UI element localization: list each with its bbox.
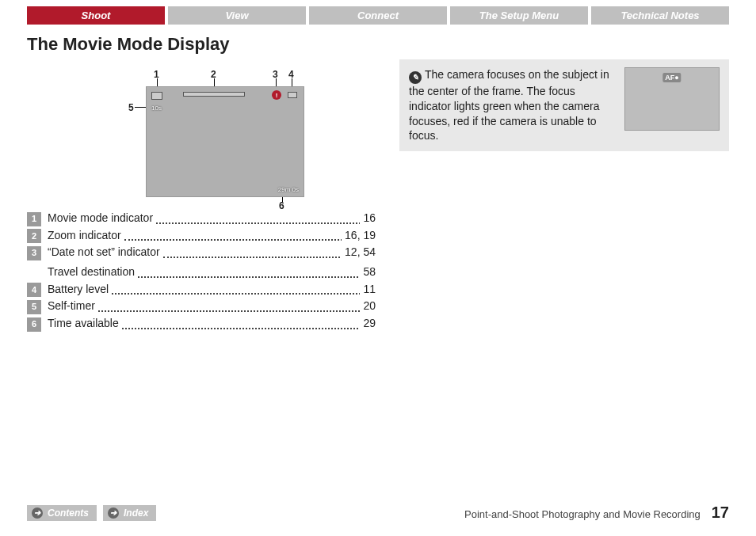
display-diagram: 10s ! 29m 0s 1 2 3 4 5 6 (27, 59, 376, 210)
legend-number: 4 (27, 283, 41, 297)
legend-number (27, 261, 41, 276)
movie-mode-icon (151, 92, 162, 100)
legend-page: 16, 19 (342, 227, 376, 245)
legend-row: 3“Date not set” indicator12, 54 (27, 244, 376, 261)
legend-number: 3 (27, 246, 41, 260)
legend-label: Travel destination (48, 264, 360, 281)
legend-label: Movie mode indicator (48, 210, 360, 227)
legend-label: Time available (48, 315, 360, 333)
contents-label: Contents (48, 507, 89, 519)
legend-row: 6Time available29 (27, 315, 376, 333)
af-indicator: AF● (662, 73, 681, 82)
focus-note-text: The camera focuses on the subject in the… (409, 68, 609, 142)
legend-row: Travel destination58 (27, 261, 376, 281)
self-timer-readout: 10s (151, 105, 162, 112)
legend-label: Zoom indicator (48, 227, 342, 245)
time-available-readout: 29m 0s (278, 186, 299, 193)
section-name: Point-and-Shoot Photography and Movie Re… (464, 508, 701, 520)
legend-label: “Date not set” indicator (48, 244, 342, 261)
camera-screen: 10s ! 29m 0s (146, 86, 304, 197)
legend-row: 5Self-timer20 (27, 298, 376, 315)
index-button[interactable]: ➔ Index (103, 505, 156, 521)
legend-row: 2Zoom indicator16, 19 (27, 227, 376, 245)
legend-number: 1 (27, 212, 41, 226)
legend-number: 6 (27, 317, 41, 332)
legend-label: Battery level (48, 281, 360, 298)
tab-technical-notes[interactable]: Technical Notes (591, 6, 729, 25)
legend-page: 12, 54 (342, 244, 376, 261)
tab-setup-menu[interactable]: The Setup Menu (450, 6, 588, 25)
tab-connect[interactable]: Connect (309, 6, 447, 25)
legend-page: 16 (360, 210, 376, 227)
battery-icon (288, 92, 297, 98)
page-footer: ➔ Contents ➔ Index Point-and-Shoot Photo… (27, 504, 729, 522)
focus-mini-screen: AF● (624, 67, 720, 131)
pencil-icon: ✎ (409, 71, 422, 84)
legend-row: 4Battery level11 (27, 281, 376, 298)
legend-label: Self-timer (48, 298, 360, 315)
index-label: Index (124, 507, 148, 519)
zoom-indicator-bar (183, 92, 245, 97)
arrow-right-icon: ➔ (32, 507, 43, 519)
arrow-right-icon: ➔ (108, 507, 119, 519)
callout-5: 5 (128, 102, 134, 113)
legend-row: 1Movie mode indicator16 (27, 210, 376, 227)
legend-number: 5 (27, 300, 41, 314)
date-not-set-icon: ! (272, 90, 281, 100)
legend-page: 29 (360, 315, 376, 333)
page-number: 17 (712, 504, 729, 522)
top-tabs: Shoot View Connect The Setup Menu Techni… (27, 6, 729, 25)
legend-page: 11 (360, 281, 376, 298)
legend-list: 1Movie mode indicator162Zoom indicator16… (27, 210, 376, 333)
legend-number: 2 (27, 229, 41, 243)
legend-page: 20 (360, 298, 376, 315)
focus-note: ✎The camera focuses on the subject in th… (399, 59, 729, 151)
page-title: The Movie Mode Display (27, 34, 756, 55)
legend-page: 58 (360, 264, 376, 281)
tab-view[interactable]: View (168, 6, 306, 25)
tab-shoot[interactable]: Shoot (27, 6, 165, 25)
contents-button[interactable]: ➔ Contents (27, 505, 97, 521)
